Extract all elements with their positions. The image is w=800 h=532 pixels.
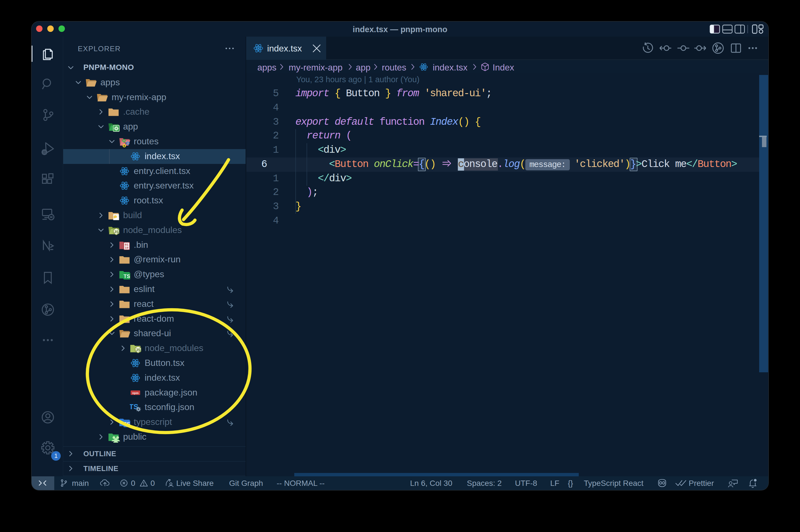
svg-text:TS: TS	[123, 273, 130, 279]
svg-text:JS: JS	[114, 230, 119, 234]
svg-text:10: 10	[125, 246, 128, 249]
svg-text:TS: TS	[123, 421, 130, 427]
svg-text:JS: JS	[136, 348, 141, 352]
svg-text:npm: npm	[132, 391, 138, 395]
